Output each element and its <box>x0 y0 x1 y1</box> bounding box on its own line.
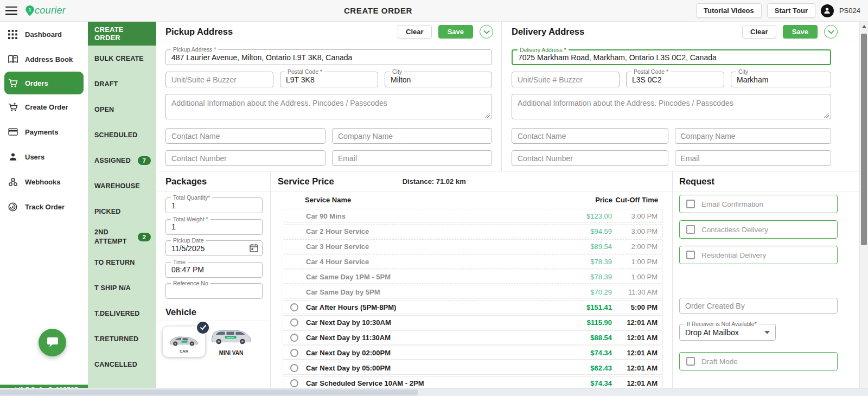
pickup-company-name-input[interactable] <box>332 128 492 144</box>
sidebar-item-label: Dashboard <box>25 30 62 39</box>
pickup-panel-title: Pickup Address <box>165 27 233 37</box>
delivery-collapse-button[interactable] <box>824 25 838 39</box>
sidebar-item-webhooks[interactable]: Webhooks <box>0 169 88 194</box>
pickup-city-field[interactable]: City <box>385 72 492 87</box>
pickup-date-field[interactable]: Pickup Date <box>165 240 263 256</box>
pickup-clear-button[interactable]: Clear <box>398 25 432 39</box>
radio-icon[interactable] <box>290 318 298 327</box>
sidebar-item-label: Address Book <box>25 55 73 63</box>
service-row: Car 2 Hour Service $94.59 3:00 PM <box>283 224 663 238</box>
radio-icon[interactable] <box>290 334 298 342</box>
delivery-address-field[interactable]: Delivery Address * <box>512 49 831 65</box>
resize-grip-icon[interactable] <box>485 113 490 118</box>
service-row[interactable]: Car Next Day by 11:30AM $88.54 12:01 AM <box>283 330 663 344</box>
user-avatar[interactable] <box>821 4 834 17</box>
pickup-address-field[interactable]: Pickup Address * <box>165 49 492 65</box>
total-weight-field[interactable]: Total Weight * <box>165 219 263 235</box>
calendar-icon[interactable] <box>250 244 258 252</box>
radio-icon[interactable] <box>290 303 298 311</box>
resize-grip-icon[interactable] <box>824 113 829 118</box>
status-item-bulk-create[interactable]: BULK CREATE <box>88 46 156 71</box>
pickup-save-button[interactable]: Save <box>438 25 473 39</box>
svg-text:courier: courier <box>227 336 234 338</box>
pickup-time-field[interactable]: Time <box>165 262 263 278</box>
status-item-t-delivered[interactable]: T.DELIVERED <box>88 301 156 326</box>
email-confirmation-checkbox[interactable]: Email Confirmation <box>679 195 838 213</box>
delivery-company-name-input[interactable] <box>675 128 832 144</box>
sidebar-item-create-order[interactable]: Create Order <box>0 94 88 119</box>
status-item-warehouse[interactable]: WAREHOUSE <box>88 173 156 199</box>
pickup-email-input[interactable] <box>332 150 492 166</box>
pickup-contact-number-input[interactable] <box>165 150 326 166</box>
user-id: PS024 <box>839 7 860 15</box>
status-item-scheduled[interactable]: SCHEDULED <box>88 122 156 148</box>
distance-label: Distance: 71.02 km <box>403 177 466 186</box>
pickup-postal-field[interactable]: Postal Code * <box>280 72 378 87</box>
pickup-contact-name-input[interactable] <box>165 128 326 144</box>
delivery-contact-name-input[interactable] <box>512 128 668 144</box>
scroll-up-arrow-icon[interactable] <box>862 25 866 28</box>
contactless-delivery-checkbox[interactable]: Contactless Delivery <box>679 220 838 239</box>
radio-icon[interactable] <box>290 379 298 387</box>
radio-icon[interactable] <box>290 364 298 372</box>
delivery-save-button[interactable]: Save <box>783 25 818 39</box>
start-tour-button[interactable]: Start Tour <box>767 3 815 18</box>
cart-icon <box>8 78 18 88</box>
chat-support-button[interactable] <box>39 329 66 356</box>
sidebar-item-orders[interactable]: Orders <box>4 72 84 94</box>
sidebar-item-address-book[interactable]: Address Book <box>0 47 88 72</box>
reference-no-field[interactable]: Reference No <box>165 283 263 299</box>
mini-van-image: courier <box>209 327 253 347</box>
service-row[interactable]: Car Scheduled Service 10AM - 2PM $74.34 … <box>283 376 663 388</box>
chevron-down-icon <box>483 30 490 34</box>
status-item-assigned[interactable]: ASSIGNED 7 <box>88 148 156 173</box>
service-row[interactable]: Car After Hours (5PM-8PM) $151.41 5:00 P… <box>283 300 663 314</box>
service-row[interactable]: Car Next Day by 10:30AM $115.90 12:01 AM <box>283 315 663 329</box>
total-quantity-field[interactable]: Total Quantity* <box>165 197 263 213</box>
sidebar-item-payments[interactable]: Payments <box>0 119 88 144</box>
vehicle-option-car[interactable]: CAR <box>163 327 205 357</box>
service-row[interactable]: Car Next Day by 05:00PM $62.43 12:01 AM <box>283 361 663 375</box>
status-item-create-order[interactable]: CREATE ORDER <box>88 22 156 46</box>
delivery-clear-button[interactable]: Clear <box>742 25 776 39</box>
delivery-additional-info-textarea[interactable] <box>512 94 831 119</box>
checkbox-icon[interactable] <box>686 251 695 259</box>
status-item-draft[interactable]: DRAFT <box>88 71 156 97</box>
checkbox-icon[interactable] <box>686 357 695 366</box>
tutorial-videos-button[interactable]: Tutorial Videos <box>696 3 762 18</box>
horizontal-scrollbar[interactable] <box>0 388 868 396</box>
top-bar: 1 courier CREATE ORDER Tutorial Videos S… <box>0 0 868 22</box>
status-item-t-ship-na[interactable]: T SHIP N/A <box>88 275 156 301</box>
status-item-open[interactable]: OPEN <box>88 97 156 122</box>
receiver-not-available-select[interactable]: If Receiver is Not Available* Drop At Ma… <box>679 324 776 341</box>
delivery-email-input[interactable] <box>675 150 832 166</box>
vehicle-option-mini-van[interactable]: courier MINI VAN <box>209 327 253 356</box>
status-item-2nd-attempt[interactable]: 2ND ATTEMPT 2 <box>88 224 156 250</box>
order-created-by-input[interactable] <box>679 298 838 314</box>
radio-icon[interactable] <box>290 349 298 357</box>
pickup-additional-info-textarea[interactable] <box>165 94 492 119</box>
vertical-scrollbar-thumb[interactable] <box>861 34 867 245</box>
sidebar-item-track-order[interactable]: Track Order <box>0 194 88 219</box>
status-item-picked[interactable]: PICKED <box>88 199 156 224</box>
horizontal-scrollbar-thumb[interactable] <box>0 389 418 395</box>
service-row[interactable]: Car Next Day by 02:00PM $74.34 12:01 AM <box>283 346 663 360</box>
pickup-collapse-button[interactable] <box>480 25 493 39</box>
status-item-to-return[interactable]: TO RETURN <box>88 250 156 275</box>
status-item-t-returned[interactable]: T.RETURNED <box>88 326 156 352</box>
residential-delivery-checkbox[interactable]: Residential Delivery <box>679 246 838 264</box>
sidebar-item-dashboard[interactable]: Dashboard <box>0 22 88 47</box>
delivery-contact-number-input[interactable] <box>512 150 668 166</box>
delivery-postal-field[interactable]: Postal Code * <box>626 72 724 87</box>
vertical-scrollbar[interactable] <box>859 22 868 388</box>
checkbox-icon[interactable] <box>686 225 695 234</box>
delivery-unit-input[interactable] <box>512 72 620 87</box>
delivery-city-field[interactable]: City <box>731 72 831 87</box>
pickup-address-panel: Pickup Address Clear Save Pickup Address… <box>156 22 502 171</box>
pickup-unit-input[interactable] <box>165 72 273 87</box>
checkbox-icon[interactable] <box>686 200 695 208</box>
packages-panel: Packages Total Quantity* Total Weight * … <box>156 171 271 388</box>
draft-mode-checkbox[interactable]: Draft Mode <box>679 352 838 371</box>
status-item-cancelled[interactable]: CANCELLED <box>88 352 156 377</box>
sidebar-item-users[interactable]: Users <box>0 144 88 169</box>
